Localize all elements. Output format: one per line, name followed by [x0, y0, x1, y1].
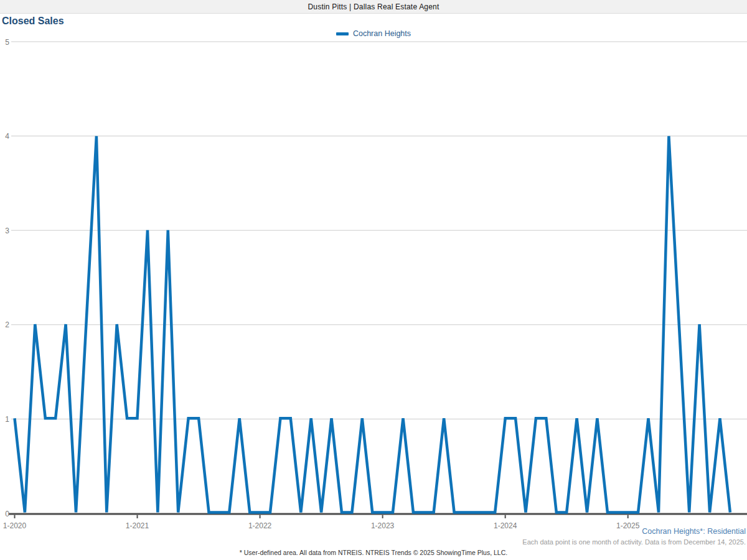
y-axis-label: 0 — [5, 510, 9, 518]
closed-sales-series-line — [15, 136, 730, 513]
ntreis-trends-report: Dustin Pitts | Dallas Real Estate Agent … — [0, 0, 747, 560]
closed-sales-line-chart: 0123451-20201-20211-20221-20231-20241-20… — [0, 0, 747, 560]
y-axis-label: 3 — [5, 226, 9, 235]
x-axis-label: 1-2023 — [371, 521, 395, 530]
x-axis-label: 1-2020 — [3, 521, 27, 530]
y-axis-label: 2 — [5, 320, 9, 329]
footnote-series-description: Cochran Heights*: Residential — [642, 527, 746, 536]
y-axis-label: 5 — [5, 38, 9, 47]
y-axis-label: 4 — [5, 132, 9, 141]
footnote-disclaimer: * User-defined area. All data from NTREI… — [0, 549, 747, 556]
x-axis-label: 1-2021 — [126, 521, 149, 530]
footnote-data-period: Each data point is one month of activity… — [522, 538, 746, 546]
x-axis-label: 1-2024 — [494, 521, 517, 530]
x-axis-label: 1-2025 — [616, 521, 640, 530]
y-axis-label: 1 — [5, 415, 9, 424]
x-axis-label: 1-2022 — [248, 521, 272, 530]
